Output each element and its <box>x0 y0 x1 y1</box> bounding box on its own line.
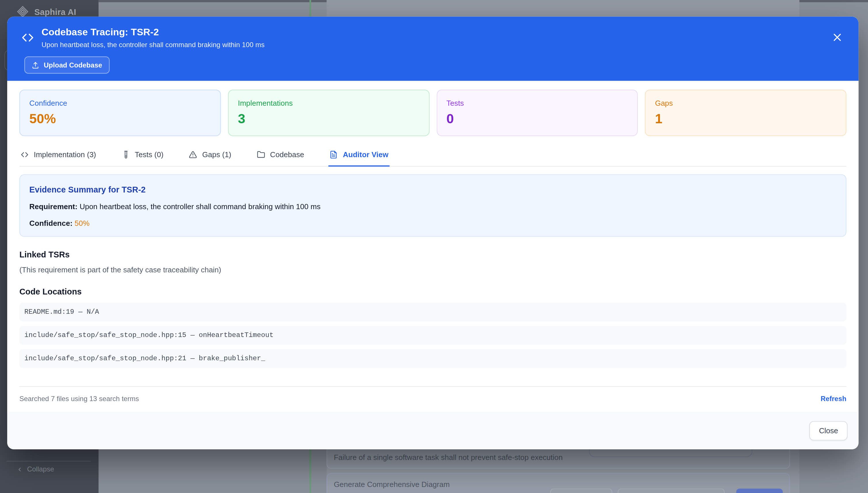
code-icon <box>20 151 29 159</box>
modal-subtitle: Upon heartbeat loss, the controller shal… <box>41 41 264 49</box>
stat-card-confidence: Confidence 50% <box>19 90 221 136</box>
linked-tsrs-note: (This requirement is part of the safety … <box>19 265 846 274</box>
sidebar-collapse-button[interactable]: Collapse <box>17 466 54 473</box>
brand-name: Saphira AI <box>34 7 76 16</box>
stat-card-gaps: Gaps 1 <box>645 90 846 136</box>
generate-diagram-card: Generate Comprehensive Diagram ⌄Flowchar… <box>326 473 790 493</box>
app-screen: Saphira AI Collapse Failure of a single … <box>0 0 868 493</box>
code-location-row: include/safe_stop/safe_stop_node.hpp:21 … <box>19 349 846 368</box>
evidence-summary-box: Evidence Summary for TSR-2 Requirement: … <box>19 174 846 237</box>
folder-icon <box>257 151 265 159</box>
tab-tests[interactable]: Tests (0) <box>121 151 165 166</box>
stat-value: 3 <box>238 111 419 127</box>
stat-label: Tests <box>446 99 628 107</box>
modal-footer-bar: Close <box>7 412 859 449</box>
saphira-diamond-icon <box>17 5 29 18</box>
tab-codebase[interactable]: Codebase <box>256 151 305 166</box>
diagram-scope-select[interactable]: ⌄System Architecture... <box>618 489 725 493</box>
code-icon <box>21 31 34 44</box>
close-icon <box>832 32 842 43</box>
upload-codebase-button[interactable]: Upload Codebase <box>24 56 109 73</box>
codebase-tracing-modal: Codebase Tracing: TSR-2 Upon heartbeat l… <box>7 17 859 449</box>
stat-label: Implementations <box>238 99 419 107</box>
stat-label: Gaps <box>655 99 837 107</box>
stat-value: 50% <box>29 111 211 127</box>
file-text-icon <box>330 151 338 159</box>
test-tube-icon <box>122 151 130 159</box>
stats-row: Confidence 50% Implementations 3 Tests 0… <box>19 90 846 136</box>
brand-logo: Saphira AI <box>17 5 76 18</box>
background-requirement-text: Failure of a single software task shall … <box>334 453 563 462</box>
search-summary: Searched 7 files using 13 search terms <box>19 395 139 403</box>
stat-value: 1 <box>655 111 837 127</box>
collapse-label: Collapse <box>27 466 54 473</box>
modal-close-button[interactable] <box>830 30 844 44</box>
sidebar-divider <box>7 461 91 462</box>
generate-diagram-title: Generate Comprehensive Diagram <box>334 480 449 489</box>
chevron-left-icon <box>17 466 23 472</box>
tab-auditor-view[interactable]: Auditor View <box>329 151 389 166</box>
footer-info-row: Searched 7 files using 13 search terms R… <box>19 395 846 403</box>
stat-card-implementations: Implementations 3 <box>228 90 429 136</box>
modal-tabs: Implementation (3) Tests (0) Gaps (1) Co… <box>19 151 846 167</box>
diagram-type-select[interactable]: ⌄Flowchart <box>550 489 612 493</box>
tab-implementation[interactable]: Implementation (3) <box>19 151 97 166</box>
code-location-row: include/safe_stop/safe_stop_node.hpp:15 … <box>19 326 846 344</box>
refresh-link[interactable]: Refresh <box>821 395 846 403</box>
footer-divider <box>19 386 846 387</box>
upload-label: Upload Codebase <box>44 61 102 69</box>
evidence-requirement-line: Requirement: Upon heartbeat loss, the co… <box>29 202 837 211</box>
code-location-row: README.md:19 — N/A <box>19 303 846 321</box>
code-locations-heading: Code Locations <box>19 287 846 296</box>
upload-icon <box>31 61 39 69</box>
linked-tsrs-heading: Linked TSRs <box>19 250 846 259</box>
code-locations-list: README.md:19 — N/A include/safe_stop/saf… <box>19 303 846 368</box>
modal-header: Codebase Tracing: TSR-2 Upon heartbeat l… <box>7 17 859 81</box>
tab-gaps[interactable]: Gaps (1) <box>188 151 233 166</box>
evidence-title: Evidence Summary for TSR-2 <box>29 185 837 194</box>
generate-button[interactable]: ⚡ Generate <box>736 489 783 493</box>
stat-card-tests: Tests 0 <box>437 90 638 136</box>
stat-value: 0 <box>446 111 628 127</box>
modal-title: Codebase Tracing: TSR-2 <box>41 26 264 38</box>
warning-triangle-icon <box>189 151 197 159</box>
close-button[interactable]: Close <box>810 421 848 440</box>
evidence-confidence-line: Confidence: 50% <box>29 219 837 228</box>
stat-label: Confidence <box>29 99 211 107</box>
